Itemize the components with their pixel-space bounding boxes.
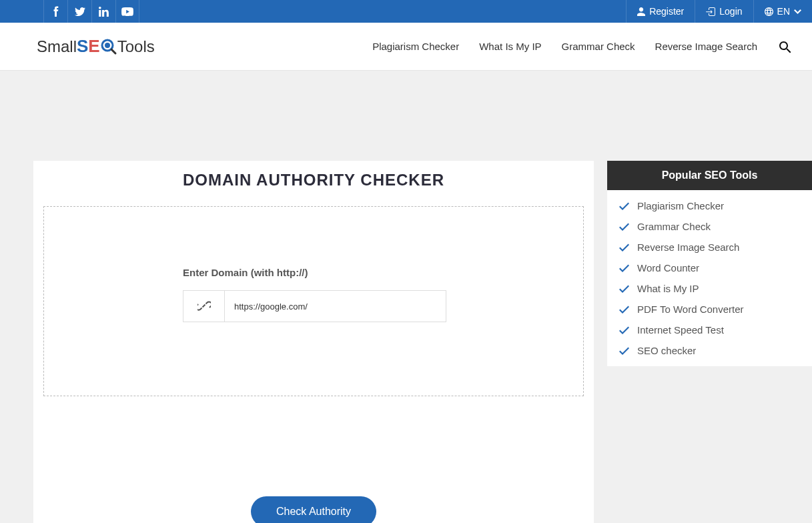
navbar: Small S E Tools Plagiarism Checker What …: [0, 23, 812, 71]
logo[interactable]: Small S E Tools: [37, 36, 155, 57]
logo-text-e: E: [88, 36, 99, 57]
sidebar-item-label: Word Counter: [637, 262, 699, 274]
sidebar-item-grammar[interactable]: Grammar Check: [607, 216, 812, 237]
topbar-right: Register Login EN: [626, 0, 812, 23]
facebook-icon[interactable]: [43, 0, 67, 23]
user-icon: [637, 7, 645, 16]
content: DOMAIN AUTHORITY CHECKER Enter Domain (w…: [0, 71, 812, 523]
nav-reverseimage[interactable]: Reverse Image Search: [655, 41, 757, 52]
search-icon[interactable]: [777, 39, 792, 54]
twitter-icon[interactable]: [67, 0, 91, 23]
youtube-icon[interactable]: [115, 0, 139, 23]
sidebar-item-seochecker[interactable]: SEO checker: [607, 340, 812, 361]
sidebar-list: Plagiarism Checker Grammar Check Reverse…: [607, 190, 812, 366]
sidebar-item-label: Internet Speed Test: [637, 324, 724, 336]
chevron-down-icon: [794, 9, 801, 14]
magnifier-icon: [100, 38, 117, 55]
check-authority-button[interactable]: Check Authority: [251, 496, 376, 523]
login-link[interactable]: Login: [695, 0, 753, 23]
sidebar-item-label: Reverse Image Search: [637, 241, 739, 253]
sidebar-item-label: Grammar Check: [637, 221, 711, 232]
input-area: Enter Domain (with http://): [43, 206, 584, 396]
nav-whatismyip[interactable]: What Is My IP: [479, 41, 541, 52]
check-icon: [619, 223, 629, 231]
social-icons: [0, 0, 139, 23]
check-icon: [619, 326, 629, 334]
check-icon: [619, 285, 629, 293]
svg-line-2: [111, 49, 115, 53]
input-group: [183, 290, 446, 322]
topbar: Register Login EN: [0, 0, 812, 23]
register-label: Register: [649, 6, 684, 17]
logo-text-s: S: [77, 36, 88, 57]
sidebar-item-plagiarism[interactable]: Plagiarism Checker: [607, 195, 812, 216]
check-icon: [619, 306, 629, 314]
sidebar-item-label: Plagiarism Checker: [637, 200, 724, 211]
sidebar-item-speedtest[interactable]: Internet Speed Test: [607, 320, 812, 340]
globe-icon: [765, 7, 773, 16]
svg-point-1: [105, 43, 110, 48]
check-icon: [619, 264, 629, 272]
main-card: DOMAIN AUTHORITY CHECKER Enter Domain (w…: [33, 161, 594, 523]
login-icon: [706, 7, 715, 16]
linkedin-icon[interactable]: [91, 0, 115, 23]
language-selector[interactable]: EN: [753, 0, 812, 23]
domain-input[interactable]: [225, 291, 446, 322]
nav-links: Plagiarism Checker What Is My IP Grammar…: [372, 39, 792, 54]
register-link[interactable]: Register: [626, 0, 695, 23]
login-label: Login: [719, 6, 742, 17]
sidebar-item-reverseimage[interactable]: Reverse Image Search: [607, 237, 812, 257]
sidebar: Popular SEO Tools Plagiarism Checker Gra…: [607, 161, 812, 366]
check-icon: [619, 347, 629, 355]
sidebar-item-label: What is My IP: [637, 283, 699, 294]
language-label: EN: [777, 6, 790, 17]
sidebar-item-label: SEO checker: [637, 345, 696, 356]
sidebar-item-whatismyip[interactable]: What is My IP: [607, 278, 812, 299]
sidebar-item-wordcounter[interactable]: Word Counter: [607, 257, 812, 278]
nav-plagiarism[interactable]: Plagiarism Checker: [372, 41, 459, 52]
logo-text-tools: Tools: [117, 37, 155, 56]
check-icon: [619, 243, 629, 251]
check-icon: [619, 202, 629, 210]
nav-grammar[interactable]: Grammar Check: [562, 41, 635, 52]
link-icon: [183, 291, 225, 322]
sidebar-item-label: PDF To Word Converter: [637, 304, 744, 315]
logo-text-small: Small: [37, 37, 77, 56]
page-title: DOMAIN AUTHORITY CHECKER: [43, 171, 584, 189]
sidebar-header: Popular SEO Tools: [607, 161, 812, 190]
sidebar-item-pdftoword[interactable]: PDF To Word Converter: [607, 299, 812, 320]
input-label: Enter Domain (with http://): [183, 267, 583, 278]
